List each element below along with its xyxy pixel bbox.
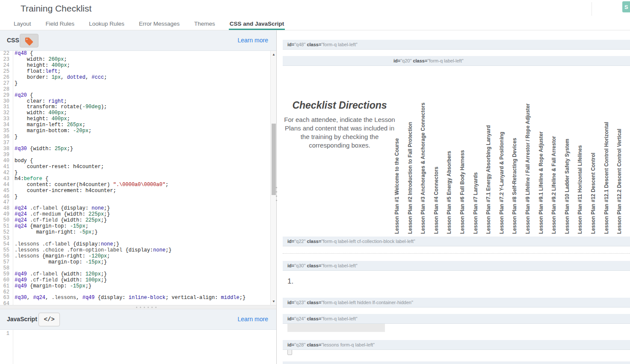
code-line: 32 width: 400px; — [0, 110, 277, 116]
code-line: 28 — [0, 87, 277, 93]
scroll-down-icon[interactable]: ▼ — [271, 299, 277, 303]
code-line: 57 margin-top: -15px;} — [0, 260, 277, 266]
js-code-lines: 1 — [0, 330, 277, 364]
lesson-plan-column-header: Lesson Plan #2 Introduction to Fall Prot… — [407, 63, 414, 234]
lesson-plan-column-header: Lesson Plan #7.1 Energy Absorbing Lanyar… — [485, 63, 492, 234]
tab-error-messages[interactable]: Error Messages — [138, 18, 180, 30]
code-line: 44 content: counter(h4counter) ".\0000a0… — [0, 182, 277, 188]
attendee-number: 1. — [287, 277, 293, 286]
lesson-plan-column-header: Lesson Plan #8 Self-Retracting Devices — [511, 63, 518, 234]
preview-bar-q30: id="q30" class="form-q label-left" — [283, 261, 630, 271]
directions-title: Checklist Directions — [283, 100, 396, 111]
code-line: 60#q49 .cf-field {width: 100px;} — [0, 278, 277, 284]
code-line: 59#q49 .cf-label {width: 120px;} — [0, 272, 277, 278]
code-line: 34 margin-left: 265px; — [0, 122, 277, 128]
directions-text: For each attendee, indicate the Lesson P… — [283, 115, 396, 150]
css-panel-title: CSS — [7, 37, 19, 44]
form-preview: Checklist Directions For each attendee, … — [277, 30, 630, 364]
js-code-mode-button[interactable]: </> — [38, 313, 60, 326]
lesson-plan-column-header: Lesson Plan #10 Ladder Safety System — [564, 63, 571, 234]
css-learn-more-link[interactable]: Learn more — [237, 37, 268, 44]
tab-lookup-rules[interactable]: Lookup Rules — [88, 18, 125, 30]
tab-themes[interactable]: Themes — [193, 18, 216, 30]
tab-field-rules[interactable]: Field Rules — [45, 18, 76, 30]
css-code-lines: 22#q48 {23 width: 260px;24 height: 400px… — [0, 51, 277, 305]
form-builder-window: Training Checklist S LayoutField RulesLo… — [0, 0, 630, 364]
code-line: 58 — [0, 266, 277, 272]
lesson-plan-column-header: Lesson Plan #7.2 Y-Lanyard & Positioning — [498, 63, 505, 234]
code-line: 55.lessons .choice .form-option-label {d… — [0, 248, 277, 254]
css-panel-header: CSS Learn more — [0, 30, 277, 51]
css-code-editor[interactable]: 22#q48 {23 width: 260px;24 height: 400px… — [0, 51, 277, 305]
preview-bar-q28: id="q28" class="lessons form-q label-lef… — [283, 340, 630, 350]
scroll-up-icon[interactable]: ▲ — [271, 53, 277, 56]
header-divider — [592, 2, 592, 16]
lesson-plan-column-header: Lesson Plan #12.2 Descent Control Vertic… — [616, 63, 623, 234]
code-line: 33 height: 400px; — [0, 116, 277, 122]
code-line: 50#q24 .cf-field {width: 225px;} — [0, 218, 277, 224]
code-line: 48#q24 .cf-label {display: none;} — [0, 206, 277, 212]
js-learn-more-link[interactable]: Learn more — [237, 316, 268, 323]
editor-resize-handle[interactable] — [0, 305, 277, 309]
preview-dotted-divider — [283, 253, 630, 254]
code-line: 64 — [0, 301, 277, 305]
app-header: Training Checklist S — [0, 0, 630, 18]
code-line: 35 margin-bottom: -20px; — [0, 128, 277, 134]
code-line: 31 transform: rotate(-90deg); — [0, 104, 277, 110]
lesson-plan-column-header: Lesson Plan #12 Descent Control — [590, 63, 597, 234]
preview-bar-q23: id="q23" class="form-q label-left hidden… — [283, 298, 630, 308]
tab-css-and-javascript[interactable]: CSS and JavaScript — [229, 18, 285, 30]
lesson-plan-column-header: Lesson Plan #7 Lanyards — [472, 63, 479, 234]
code-icon: </> — [44, 316, 54, 323]
code-line: 52 margin-right: -5px;} — [0, 230, 277, 236]
lesson-plan-column-header: Lesson Plan #11 Horizontal Lifelines — [577, 63, 583, 234]
tag-icon — [20, 37, 38, 46]
lesson-plan-column-header: Lesson Plan #9.1 Lifeline & Rope Adjuste… — [538, 63, 544, 234]
code-line: 27} — [0, 81, 277, 87]
code-line: 47 — [0, 200, 277, 206]
code-line: 41 counter-reset: h4counter; — [0, 164, 277, 170]
code-line: 62 — [0, 290, 277, 296]
code-line: 42} — [0, 170, 277, 176]
code-line: 24 height: 400px; — [0, 63, 277, 69]
code-editors-pane: CSS Learn more 22#q48 {23 width: 260px;2… — [0, 30, 277, 364]
code-line: 38#q30 {width: 25px;} — [0, 146, 277, 152]
code-line: 46} — [0, 194, 277, 200]
code-line: 39 — [0, 152, 277, 158]
lesson-checkbox[interactable] — [287, 349, 292, 355]
js-line-number: 1 — [0, 331, 11, 337]
css-style-mode-button[interactable] — [20, 34, 38, 47]
preview-bar-q48: id="q48" class="form-q label-left" — [283, 40, 630, 50]
css-editor-scrollbar[interactable]: ▲ ▼ — [270, 51, 277, 305]
code-line: 22#q48 { — [0, 51, 277, 57]
js-code-editor[interactable]: 1 — [0, 330, 277, 364]
code-line: 54.lessons .cf-label {display:none;} — [0, 242, 277, 248]
code-line: 43h4:before { — [0, 176, 277, 182]
tab-layout[interactable]: Layout — [13, 18, 32, 30]
code-line: 49#q24 .cf-medium {width: 225px;} — [0, 212, 277, 218]
js-panel-title: JavaScript — [7, 316, 37, 323]
code-line: 23 width: 260px; — [0, 57, 277, 63]
code-line: 26 border: 1px, dotted, #ccc; — [0, 75, 277, 81]
code-line: 36} — [0, 134, 277, 140]
code-line: 63#q30, #q24, .lessons, #q49 {display: i… — [0, 295, 277, 301]
lesson-plan-column-header: Lesson Plan #3 Anchorages & Anchorage Co… — [420, 63, 426, 234]
lesson-plan-column-header: Lesson Plan #12.1 Descent Control Horizo… — [603, 63, 610, 234]
lesson-plan-column-header: Lesson Plan #9.2 Lifeline & Fall Arresto… — [550, 63, 557, 234]
code-line: 53 — [0, 236, 277, 242]
code-line: 61#q49 {margin-top: -15px;} — [0, 284, 277, 290]
lesson-plan-column-header: Lesson Plan #9 Lifeline / Fall Arrestor … — [524, 63, 531, 234]
code-line: 40body { — [0, 158, 277, 164]
js-panel-header: JavaScript </> Learn more — [0, 309, 277, 330]
save-button[interactable]: S — [622, 1, 630, 12]
page-title: Training Checklist — [21, 3, 92, 14]
lesson-plan-column-header: Lesson Plan #5 Energy Absorbers — [446, 63, 453, 234]
checklist-directions: Checklist Directions For each attendee, … — [283, 100, 396, 150]
code-line: 37 — [0, 140, 277, 146]
code-line: 45 counter-increment: h4counter; — [0, 188, 277, 194]
code-line: 29#q20 { — [0, 93, 277, 99]
lesson-plan-column-header: Lesson Plan #4 Connectors — [433, 63, 440, 234]
code-line: 30 clear: right; — [0, 99, 277, 105]
code-line: 25 float:left; — [0, 69, 277, 75]
code-line: 56.lessons {margin-right: -120px; — [0, 254, 277, 260]
